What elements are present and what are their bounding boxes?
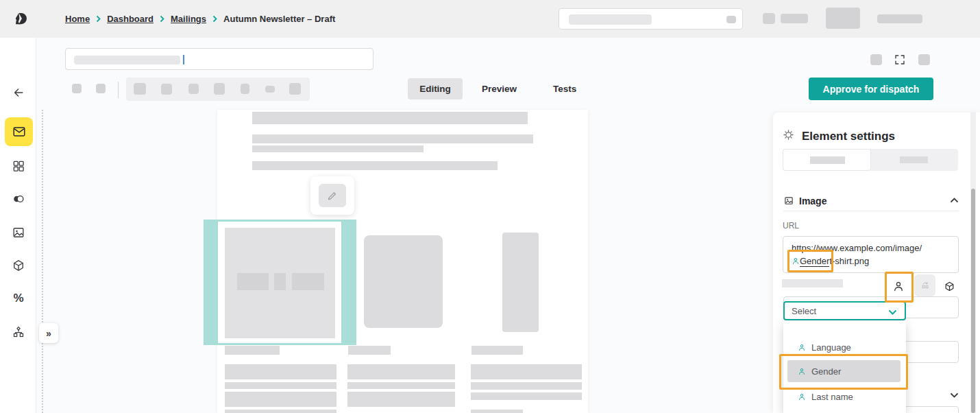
- toolbar-skeleton-item: [161, 84, 172, 95]
- percent-icon: %: [13, 292, 23, 305]
- select-value: Select: [792, 306, 816, 316]
- app-logo[interactable]: [11, 10, 29, 27]
- panel-tab-1-label-skeleton: [810, 156, 845, 164]
- doc-text-skeleton: [252, 145, 424, 152]
- section-divider: [783, 211, 959, 211]
- toolbar-skeleton-item: [241, 84, 249, 94]
- toolbar-skeleton-redo: [96, 84, 106, 93]
- subject-placeholder-skeleton: [74, 56, 180, 64]
- personalization-select[interactable]: Select: [783, 301, 906, 320]
- package-icon: [12, 259, 25, 272]
- breadcrumb-current-page: Autumn Newsletter – Draft: [223, 14, 335, 24]
- image-block-2[interactable]: [364, 235, 443, 328]
- toolbar-skeleton-item: [134, 83, 146, 95]
- header-skeleton-avatar: [826, 8, 860, 29]
- sidebar-item-sitemap[interactable]: [12, 325, 25, 339]
- dropdown-item-language[interactable]: Language: [783, 337, 906, 357]
- tab-preview[interactable]: Preview: [482, 84, 517, 94]
- column3-text-skeleton: [471, 364, 582, 379]
- column3-text-skeleton: [471, 392, 582, 400]
- chevron-down-icon: [888, 309, 897, 315]
- doc-text-skeleton: [252, 161, 498, 170]
- app-window: Home Dashboard Mailings Autumn Newslette…: [0, 0, 980, 413]
- column3-text-skeleton: [471, 382, 582, 390]
- segment-icon: [920, 280, 931, 291]
- tab-editing-label: Editing: [419, 84, 451, 94]
- approve-for-dispatch-button[interactable]: Approve for dispatch: [809, 78, 933, 100]
- panel-title: Element settings: [802, 130, 895, 143]
- subject-input[interactable]: [65, 48, 373, 70]
- person-icon: [792, 257, 800, 266]
- column1-label-skeleton: [225, 346, 280, 355]
- breadcrumb-separator-icon: [212, 15, 217, 23]
- sidebar-item-discounts[interactable]: %: [12, 292, 25, 305]
- dropdown-item-gender[interactable]: Gender: [783, 361, 906, 381]
- mail-icon: [12, 124, 27, 139]
- toolbar-skeleton-undo: [72, 84, 82, 93]
- panel-scrollbar-thumb[interactable]: [971, 189, 975, 413]
- text-caret: [183, 55, 184, 64]
- personalization-token-gender[interactable]: Gender: [800, 256, 829, 267]
- column2-text-skeleton: [347, 382, 455, 389]
- personalization-dropdown: Language Gender Last name: [783, 321, 906, 413]
- person-icon: [798, 343, 806, 352]
- column2-text-skeleton: [347, 392, 455, 407]
- tab-tests[interactable]: Tests: [553, 84, 576, 94]
- url-suffix: t-shirt.png: [829, 256, 869, 266]
- element-settings-panel: Element settings Image URL: [773, 113, 980, 413]
- doc-text-skeleton: [252, 134, 533, 143]
- panel-tab-2[interactable]: [871, 149, 958, 171]
- insert-person-field-button[interactable]: [887, 274, 910, 298]
- column2-label-skeleton: [348, 346, 391, 355]
- breadcrumb: Home Dashboard Mailings Autumn Newslette…: [65, 14, 335, 24]
- sidebar-item-ab-toggle[interactable]: [12, 192, 25, 206]
- search-shortcut-skeleton: [726, 16, 736, 23]
- breadcrumb-separator-icon: [96, 15, 101, 23]
- toolbar-divider: [118, 82, 119, 98]
- sidebar-item-images[interactable]: [12, 226, 25, 239]
- editor-skeleton-icon-right: [918, 54, 930, 65]
- app-sidebar: %: [0, 38, 36, 413]
- panel-tab-1[interactable]: [783, 149, 871, 171]
- column1-text-skeleton: [225, 364, 336, 379]
- dropdown-item-last-name[interactable]: Last name: [783, 386, 906, 407]
- sidebar-back-button[interactable]: [12, 86, 25, 99]
- sidebar-item-blocks[interactable]: [12, 159, 25, 173]
- doc-header-skeleton: [252, 112, 528, 124]
- chevron-double-right-icon: »: [46, 328, 51, 339]
- url-input[interactable]: https://www.example.com/image/ Gendert-s…: [783, 236, 959, 273]
- top-header-bar: Home Dashboard Mailings Autumn Newslette…: [0, 0, 980, 38]
- gear-icon: [783, 129, 794, 141]
- person-icon: [798, 367, 806, 376]
- image-placeholder-bar: [237, 273, 269, 290]
- column1-text-skeleton: [225, 410, 336, 413]
- breadcrumb-dashboard[interactable]: Dashboard: [107, 14, 154, 24]
- breadcrumb-mailings[interactable]: Mailings: [171, 14, 206, 24]
- column2-text-skeleton: [347, 364, 455, 379]
- image-placeholder: [225, 228, 335, 338]
- fullscreen-button[interactable]: [894, 54, 906, 66]
- global-search-input[interactable]: [559, 8, 743, 30]
- sidebar-item-products[interactable]: [12, 259, 25, 272]
- fullscreen-icon: [894, 54, 906, 66]
- tab-preview-label: Preview: [482, 84, 517, 94]
- breadcrumb-home[interactable]: Home: [65, 14, 90, 24]
- column3-label-skeleton: [471, 346, 523, 355]
- expand-panel-button[interactable]: »: [39, 323, 58, 343]
- collapse-section-button[interactable]: [950, 198, 959, 203]
- insert-product-field-button[interactable]: [938, 274, 961, 298]
- column1-text-skeleton: [225, 382, 336, 389]
- approve-button-label: Approve for dispatch: [823, 84, 920, 95]
- image-block-3[interactable]: [502, 233, 539, 332]
- column3-text-skeleton: [471, 410, 523, 413]
- tab-tests-label: Tests: [553, 84, 576, 94]
- sidebar-item-mailings[interactable]: [5, 117, 33, 146]
- logo-icon: [11, 10, 29, 27]
- selected-image-block[interactable]: [204, 220, 356, 345]
- tab-editing[interactable]: Editing: [408, 78, 463, 99]
- edit-block-button[interactable]: [310, 176, 354, 215]
- dropdown-item-label: Gender: [811, 366, 841, 377]
- sitemap-icon: [12, 325, 25, 339]
- expand-section-button[interactable]: [950, 392, 959, 398]
- pencil-icon: [326, 189, 339, 202]
